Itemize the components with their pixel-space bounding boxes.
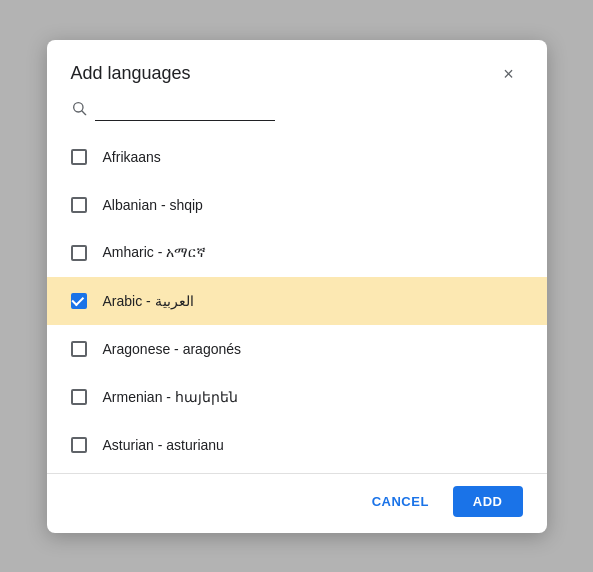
- list-item[interactable]: Albanian - shqip: [47, 181, 547, 229]
- checkbox-albanian[interactable]: [71, 197, 87, 213]
- dialog-title: Add languages: [71, 63, 191, 84]
- language-name: Armenian - հայերեն: [103, 389, 238, 405]
- cancel-button[interactable]: CANCEL: [356, 486, 445, 517]
- svg-line-1: [82, 111, 86, 115]
- close-button[interactable]: ×: [495, 60, 523, 88]
- dialog-header: Add languages ×: [47, 40, 547, 100]
- dialog-overlay: Add languages × AfrikaansAlbanian - shqi…: [0, 0, 593, 572]
- search-container: [47, 100, 547, 129]
- list-item[interactable]: Afrikaans: [47, 133, 547, 181]
- checkbox-aragonese[interactable]: [71, 341, 87, 357]
- language-name: Albanian - shqip: [103, 197, 203, 213]
- add-languages-dialog: Add languages × AfrikaansAlbanian - shqi…: [47, 40, 547, 533]
- language-name: Amharic - አማርኛ: [103, 244, 207, 261]
- language-name: Asturian - asturianu: [103, 437, 224, 453]
- add-button[interactable]: ADD: [453, 486, 523, 517]
- list-item[interactable]: Asturian - asturianu: [47, 421, 547, 469]
- checkbox-arabic[interactable]: [71, 293, 87, 309]
- list-item[interactable]: Armenian - հայերեն: [47, 373, 547, 421]
- language-name: Aragonese - aragonés: [103, 341, 242, 357]
- dialog-footer: CANCEL ADD: [47, 473, 547, 533]
- language-name: Arabic - العربية: [103, 293, 194, 309]
- language-name: Afrikaans: [103, 149, 161, 165]
- list-item[interactable]: Amharic - አማርኛ: [47, 229, 547, 277]
- checkbox-afrikaans[interactable]: [71, 149, 87, 165]
- list-item[interactable]: Aragonese - aragonés: [47, 325, 547, 373]
- list-item[interactable]: Arabic - العربية: [47, 277, 547, 325]
- checkbox-asturian[interactable]: [71, 437, 87, 453]
- search-icon: [71, 100, 87, 120]
- checkbox-amharic[interactable]: [71, 245, 87, 261]
- search-input[interactable]: [95, 100, 275, 121]
- language-list: AfrikaansAlbanian - shqipAmharic - አማርኛA…: [47, 129, 547, 473]
- checkbox-armenian[interactable]: [71, 389, 87, 405]
